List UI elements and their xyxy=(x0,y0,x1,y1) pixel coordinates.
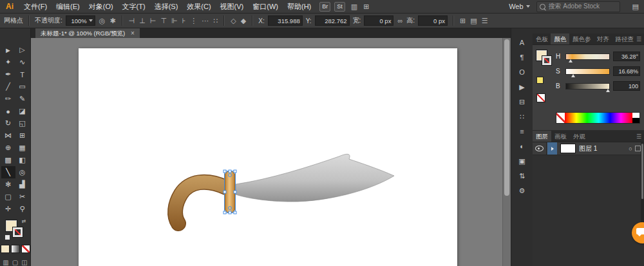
menu-edit[interactable]: 编辑(E) xyxy=(52,2,84,12)
slider-thumb[interactable] xyxy=(606,89,610,92)
vertical-scrollbar[interactable] xyxy=(502,38,511,266)
brightness-value[interactable]: 100 xyxy=(613,81,640,91)
tab-layers[interactable]: 图层 xyxy=(533,131,551,142)
gradient-mode-button[interactable] xyxy=(11,245,20,253)
panel-menu-icon[interactable]: ☰ xyxy=(636,133,641,140)
spectrum-gradient[interactable] xyxy=(565,113,632,123)
artboard-tool[interactable]: ▢ xyxy=(1,191,15,203)
document-tab[interactable]: 未标题-1* @ 100% (RGB/预览) × xyxy=(35,28,140,38)
stroke-color-swatch[interactable] xyxy=(542,56,551,65)
gradient-tool[interactable]: ◧ xyxy=(15,154,30,166)
width-tool[interactable]: ⋈ xyxy=(1,129,15,142)
layer-selection-indicator[interactable] xyxy=(635,146,641,151)
type-tool[interactable]: T xyxy=(15,68,30,81)
menu-window[interactable]: 窗口(W) xyxy=(248,2,283,12)
perspective-grid-tool[interactable]: ▦ xyxy=(15,142,30,154)
arrange-documents-icon[interactable]: ▥ xyxy=(351,3,357,11)
opentype-panel-icon[interactable]: O xyxy=(515,66,530,79)
transform-panel-icon[interactable]: ∷ xyxy=(515,110,530,123)
color-spectrum-bar[interactable] xyxy=(556,112,640,124)
none-mode-button[interactable] xyxy=(21,245,30,253)
slider-thumb[interactable] xyxy=(569,59,573,62)
direct-selection-tool[interactable]: ▷ xyxy=(15,44,30,56)
free-transform-tool[interactable]: ⊞ xyxy=(15,129,30,142)
style-icon[interactable]: ◎ xyxy=(99,17,106,25)
libraries-panel-icon[interactable]: ⊟ xyxy=(515,95,530,108)
appearance-panel-icon[interactable]: ≡ xyxy=(515,125,530,138)
draw-normal-icon[interactable]: ▥ xyxy=(3,259,8,266)
slice-tool[interactable]: ✂ xyxy=(15,191,30,203)
color-mode-button[interactable] xyxy=(1,245,10,253)
lasso-tool[interactable]: ∿ xyxy=(15,56,30,68)
paragraph-panel-icon[interactable]: ¶ xyxy=(515,51,530,64)
tab-artboards[interactable]: 画板 xyxy=(551,131,570,142)
align-right-icon[interactable]: ⊢ xyxy=(149,17,157,25)
column-graph-tool[interactable]: ▟ xyxy=(15,178,30,191)
tab-appearance[interactable]: 外观 xyxy=(570,131,589,142)
transform-options-icon[interactable]: ⊞ xyxy=(459,17,466,25)
height-input[interactable]: 0 px xyxy=(418,15,448,26)
tab-swatches[interactable]: 色板 xyxy=(533,33,551,44)
menu-help[interactable]: 帮助(H) xyxy=(283,2,316,12)
dock-columns-icon[interactable]: ▤ xyxy=(632,3,639,11)
layer-thumbnail[interactable] xyxy=(560,144,576,153)
app-logo[interactable]: Ai xyxy=(0,2,19,11)
last-color-swatch[interactable] xyxy=(536,77,544,84)
tab-color[interactable]: 颜色 xyxy=(551,33,569,44)
blend-tool[interactable]: ◎ xyxy=(15,166,30,178)
menu-type[interactable]: 文字(T) xyxy=(118,2,150,12)
align-horizontal-center-icon[interactable]: ⊥ xyxy=(138,17,146,25)
tab-color-guide[interactable]: 颜色参 xyxy=(569,33,594,44)
artwork-knife[interactable] xyxy=(31,38,511,266)
spectrum-black-swatch[interactable] xyxy=(632,118,639,123)
magic-wand-tool[interactable]: ✦ xyxy=(1,56,15,68)
eyedropper-tool[interactable]: ╲ xyxy=(1,166,15,178)
bridge-button[interactable]: Br xyxy=(319,2,330,12)
transparency-panel-icon[interactable]: ◐ xyxy=(515,140,530,153)
panel-menu-icon[interactable]: ☰ xyxy=(636,36,641,43)
character-panel-icon[interactable]: A xyxy=(515,36,530,49)
menu-view[interactable]: 视图(V) xyxy=(216,2,249,12)
y-input[interactable]: 282.762 xyxy=(315,15,350,26)
canvas[interactable] xyxy=(31,38,511,266)
slider-thumb[interactable] xyxy=(571,74,575,77)
scrollbar-thumb[interactable] xyxy=(641,144,643,199)
saturation-slider[interactable] xyxy=(565,68,610,75)
visibility-toggle[interactable] xyxy=(533,142,547,155)
paintbrush-tool[interactable]: ✏ xyxy=(1,93,15,105)
spectrum-none-swatch[interactable] xyxy=(556,113,565,123)
selection-tool[interactable]: ► xyxy=(1,44,15,56)
stock-search-input[interactable]: 搜索 Adobe Stock xyxy=(536,1,620,12)
distribute-spacing-icon[interactable]: ∷ xyxy=(213,17,218,25)
distribute-horizontal-icon[interactable]: ⋯ xyxy=(201,17,209,25)
mesh-tool[interactable]: ▩ xyxy=(1,154,15,166)
convert-anchor-smooth-icon[interactable]: ◇ xyxy=(230,17,236,25)
none-swatch[interactable] xyxy=(536,93,545,102)
stock-button[interactable]: St xyxy=(334,2,345,12)
workspace-switcher[interactable]: Web xyxy=(509,3,529,10)
swap-fill-stroke-icon[interactable]: ⇄ xyxy=(22,218,26,224)
align-top-icon[interactable]: ⊤ xyxy=(160,17,167,25)
shape-builder-tool[interactable]: ⊕ xyxy=(1,142,15,154)
layers-scrollbar[interactable] xyxy=(641,142,644,226)
settings-panel-icon[interactable]: ⚙ xyxy=(515,184,530,197)
rotate-tool[interactable]: ↻ xyxy=(1,117,15,129)
align-left-icon[interactable]: ⊣ xyxy=(128,17,136,25)
pencil-tool[interactable]: ✎ xyxy=(15,93,30,105)
align-vertical-center-icon[interactable]: ⊩ xyxy=(171,17,178,25)
rectangle-tool[interactable]: ▭ xyxy=(15,81,30,93)
asset-export-panel-icon[interactable]: ⇅ xyxy=(515,169,530,182)
layer-name[interactable]: 图层 1 xyxy=(579,144,626,153)
document-layout-icon[interactable]: ⊞ xyxy=(363,3,369,11)
x-input[interactable]: 315.988 xyxy=(268,15,303,26)
draw-behind-icon[interactable]: ▢ xyxy=(12,259,18,266)
stroke-color-swatch[interactable] xyxy=(13,227,23,237)
line-segment-tool[interactable]: ╱ xyxy=(1,81,15,93)
scrollbar-thumb[interactable] xyxy=(504,39,509,196)
symbols-panel-icon[interactable]: ▣ xyxy=(515,155,530,167)
actions-panel-icon[interactable]: ▶ xyxy=(515,81,530,93)
distribute-vertical-icon[interactable]: ⋮ xyxy=(189,17,198,25)
hue-value[interactable]: 36.28° xyxy=(613,52,640,61)
spectrum-white-swatch[interactable] xyxy=(632,113,639,118)
zoom-tool[interactable]: ⚲ xyxy=(15,203,30,215)
